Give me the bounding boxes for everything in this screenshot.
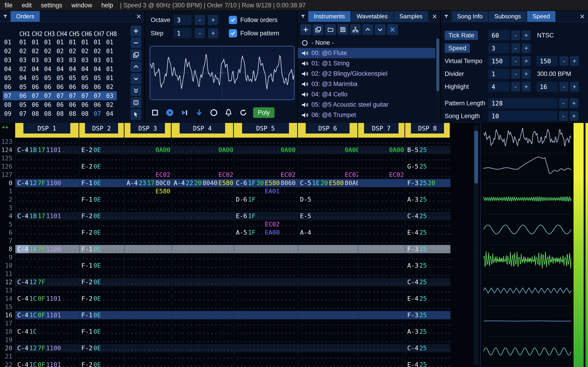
pattern-cell[interactable]: ........... xyxy=(358,278,405,286)
order-cell[interactable]: 06 xyxy=(92,83,104,90)
pattern-cell[interactable]: ............... xyxy=(234,278,298,286)
pattern-cell[interactable]: ........... xyxy=(358,311,405,319)
pattern-cell[interactable]: C-41B171101.... xyxy=(15,146,79,154)
add-button[interactable] xyxy=(300,24,311,35)
order-cell[interactable]: 03 xyxy=(30,57,42,64)
pattern-cell[interactable]: ........... xyxy=(405,220,450,228)
close-icon[interactable]: × xyxy=(133,11,145,22)
pattern-cell[interactable]: C-41C0F1101.... xyxy=(15,361,79,367)
pattern-cell[interactable]: .......EC02 xyxy=(358,171,405,179)
pattern-cell[interactable]: ........... xyxy=(358,195,405,204)
pattern-cell[interactable]: ........... xyxy=(124,303,172,311)
poly-button[interactable]: Poly xyxy=(253,107,275,118)
pattern-cell[interactable]: ............... xyxy=(234,270,298,278)
order-cell[interactable]: 05 xyxy=(79,75,92,81)
order-cell[interactable]: 01 xyxy=(42,39,55,46)
pattern-cell[interactable]: ............... xyxy=(172,327,234,336)
pattern-cell[interactable]: F-325...... xyxy=(405,245,450,253)
pattern-cell[interactable]: ............... xyxy=(15,138,79,146)
pattern-cell[interactable]: ........... xyxy=(124,220,172,228)
pattern-cell[interactable]: ............... xyxy=(172,352,234,361)
pattern-cell[interactable]: ........... xyxy=(358,237,405,245)
pattern-cell[interactable]: ........... xyxy=(79,352,124,361)
pattern-cell[interactable]: C-4127F1100.... xyxy=(15,179,79,187)
step-decrease-button[interactable]: - xyxy=(195,28,205,38)
pattern-cell[interactable]: A-325...... xyxy=(405,261,450,270)
order-row[interactable]: 020202020202020201 xyxy=(3,47,117,56)
instrument-item[interactable]: 02: @2 Blingy/Glockenspiel xyxy=(298,69,435,79)
pattern-cell[interactable]: ............... xyxy=(172,278,234,286)
highlight-second-increase-button[interactable]: + xyxy=(570,82,579,92)
expand-channels-button[interactable]: ++ xyxy=(0,123,15,138)
pattern-cell[interactable]: ............... xyxy=(234,311,298,319)
follow-pattern-checkbox[interactable] xyxy=(229,29,237,37)
pattern-cell[interactable]: C-41A7F1100.... xyxy=(15,245,79,253)
pattern-cell[interactable]: .......E580 xyxy=(124,187,172,195)
order-cell[interactable]: 03 xyxy=(92,57,104,64)
pattern-cell[interactable]: .......EC02 xyxy=(124,171,172,179)
pattern-cell[interactable]: ........... xyxy=(124,237,172,245)
pattern-cell[interactable]: ........... xyxy=(124,361,172,367)
order-cell[interactable]: 07 xyxy=(42,92,55,99)
virtual-tempo-denominator-decrease-button[interactable]: - xyxy=(560,56,568,66)
pattern-cell[interactable]: F-32520.... xyxy=(405,179,450,187)
virtual-tempo-numerator-input[interactable]: 150 xyxy=(488,56,510,66)
pattern-cell[interactable]: ........... xyxy=(405,237,450,245)
order-cell[interactable]: 03 xyxy=(67,57,79,64)
stop-button[interactable] xyxy=(150,107,160,118)
panel-menu-icon[interactable] xyxy=(0,11,10,22)
order-cell[interactable]: 07 xyxy=(79,92,92,99)
order-cell[interactable]: 03 xyxy=(17,57,30,64)
pattern-cell[interactable]: .......0A00 xyxy=(124,146,172,154)
order-cell[interactable]: 04 xyxy=(17,75,30,81)
order-cell[interactable]: 08 xyxy=(55,110,67,117)
pattern-cell[interactable]: ........... xyxy=(124,253,172,261)
pattern-cell[interactable]: ........... xyxy=(358,361,405,367)
pattern-cell[interactable]: C-425...... xyxy=(405,212,450,220)
pattern-cell[interactable]: ........... xyxy=(405,171,450,179)
tab-wavetables[interactable]: Wavetables xyxy=(351,11,393,22)
pattern-cell[interactable]: ........... xyxy=(358,162,405,171)
play-button[interactable] xyxy=(164,107,175,118)
pattern-cell[interactable]: ............... xyxy=(298,270,358,278)
order-cell[interactable]: 08 xyxy=(79,110,92,117)
order-row[interactable]: 040204040404040401 xyxy=(3,65,117,73)
pattern-cell[interactable]: ........... xyxy=(358,286,405,294)
order-cell[interactable]: 06 xyxy=(30,83,42,90)
order-cell[interactable]: 02 xyxy=(42,48,55,55)
order-row[interactable]: 010101010101010101 xyxy=(3,38,117,47)
remove-button[interactable] xyxy=(131,38,141,48)
order-cell[interactable]: 06 xyxy=(55,83,67,90)
pattern-cell[interactable]: ........... xyxy=(124,212,172,220)
pattern-cell[interactable]: ............... xyxy=(172,303,234,311)
highlight-first-input[interactable]: 4 xyxy=(488,82,510,92)
pattern-cell[interactable]: ........... xyxy=(124,352,172,361)
pattern-cell[interactable]: ............... xyxy=(234,204,298,212)
pattern-cell[interactable]: ............... xyxy=(298,311,358,319)
pattern-length-input[interactable]: 128 xyxy=(488,98,557,108)
pattern-cell[interactable]: ........... xyxy=(405,336,450,344)
order-cell[interactable]: 05 xyxy=(92,75,104,81)
duplicate-button[interactable] xyxy=(313,24,323,35)
order-cell[interactable]: 01 xyxy=(104,48,117,55)
move-up-button[interactable] xyxy=(131,61,141,72)
menu-window[interactable]: window xyxy=(67,2,97,9)
tick-rate-input[interactable]: 60 xyxy=(488,30,510,40)
pattern-cell[interactable]: ........... xyxy=(79,237,124,245)
pattern-cell[interactable]: ............... xyxy=(172,138,234,146)
pattern-cell[interactable]: ............... xyxy=(172,286,234,294)
order-cell[interactable]: 01 xyxy=(79,39,92,46)
order-cell[interactable]: 02 xyxy=(67,48,79,55)
pattern-cell[interactable]: ........... xyxy=(405,253,450,261)
virtual-tempo-numerator-increase-button[interactable]: + xyxy=(522,56,531,66)
pattern-cell[interactable]: C-4127F1100.... xyxy=(15,344,79,352)
pattern-cell[interactable]: ............... xyxy=(234,294,298,303)
pattern-cell[interactable]: ........... xyxy=(124,261,172,270)
pattern-cell[interactable]: ............... xyxy=(298,204,358,212)
pattern-cell[interactable]: ............... xyxy=(234,162,298,171)
song-length-decrease-button[interactable]: - xyxy=(559,111,568,121)
pattern-cell[interactable]: ........... xyxy=(79,253,124,261)
order-row[interactable]: 050405050505050501 xyxy=(3,73,117,82)
order-cell[interactable]: 04 xyxy=(42,66,55,73)
panel-menu-icon[interactable] xyxy=(298,11,308,22)
